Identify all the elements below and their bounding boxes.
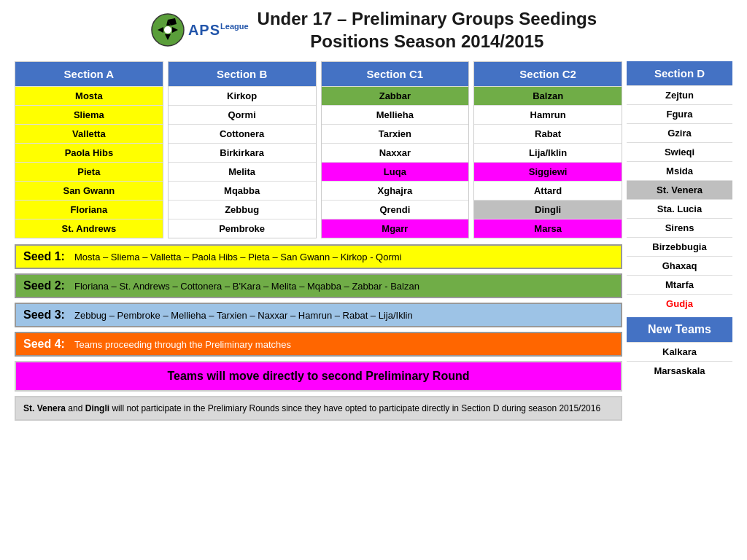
- logo-text-wrapper: APSLeague: [188, 22, 249, 39]
- list-item: Sliema: [15, 105, 163, 124]
- list-item: Tarxien: [322, 124, 469, 143]
- list-item: Lija/Iklin: [474, 143, 622, 162]
- logo-icon: [150, 12, 185, 47]
- sections-container: Section A Mosta Sliema Valletta Paola Hi…: [15, 61, 622, 421]
- list-item: Dingli: [474, 200, 622, 219]
- list-item: Msida: [627, 161, 732, 180]
- seed-2-content: Floriana – St. Andrews – Cottonera – B'K…: [74, 281, 419, 292]
- list-item: Melita: [169, 162, 316, 181]
- seed-1-row: Seed 1: Mosta – Sliema – Valletta – Paol…: [15, 244, 622, 269]
- list-item: Mellieha: [322, 105, 469, 124]
- logo-league: League: [220, 22, 249, 31]
- seed-4-label: Seed 4:: [23, 338, 74, 351]
- list-item: San Gwann: [15, 181, 163, 200]
- section-a-header: Section A: [15, 62, 163, 86]
- note-text: St. Venera and Dingli will not participa…: [23, 403, 600, 413]
- list-item: Pembroke: [169, 219, 316, 238]
- seed-3-label: Seed 3:: [23, 308, 74, 322]
- list-item: Marsaskala: [627, 361, 732, 380]
- seed-4-row: Seed 4: Teams proceeding through the Pre…: [15, 332, 622, 357]
- list-item: Ghaxaq: [627, 256, 732, 275]
- list-item: Fgura: [627, 104, 732, 123]
- list-item: Pieta: [15, 162, 163, 181]
- list-item: Mqabba: [169, 181, 316, 200]
- seed-2-label: Seed 2:: [23, 279, 74, 292]
- list-item: Cottonera: [169, 124, 316, 143]
- section-d-header: Section D: [627, 61, 732, 85]
- page-title: Under 17 – Preliminary Groups Seedings P…: [258, 7, 597, 52]
- list-item: Zebbug: [169, 200, 316, 219]
- list-item: Sirens: [627, 218, 732, 237]
- list-item: Qormi: [169, 105, 316, 124]
- list-item: Siggiewi: [474, 162, 622, 181]
- list-item: Zabbar: [322, 86, 469, 105]
- sections-row: Section A Mosta Sliema Valletta Paola Hi…: [15, 61, 622, 238]
- page-header: APSLeague Under 17 – Preliminary Groups …: [15, 7, 732, 52]
- list-item: Mtarfa: [627, 275, 732, 294]
- section-c1: Section C1 Zabbar Mellieha Tarxien Naxxa…: [321, 61, 470, 238]
- teams-direct-banner: Teams will move directly to second Preli…: [15, 361, 622, 392]
- list-item: Floriana: [15, 200, 163, 219]
- seeds-container: Seed 1: Mosta – Sliema – Valletta – Paol…: [15, 244, 622, 421]
- list-item: Hamrun: [474, 105, 622, 124]
- logo: APSLeague: [150, 12, 249, 47]
- list-item: Marsa: [474, 219, 622, 238]
- list-item: Rabat: [474, 124, 622, 143]
- seed-1-content: Mosta – Sliema – Valletta – Paola Hibs –…: [74, 252, 401, 262]
- seed-3-content: Zebbug – Pembroke – Mellieha – Tarxien –…: [74, 310, 413, 321]
- list-item: Kalkara: [627, 342, 732, 361]
- section-c2: Section C2 Balzan Hamrun Rabat Lija/Ikli…: [473, 61, 622, 238]
- section-b: Section B Kirkop Qormi Cottonera Birkirk…: [168, 61, 317, 238]
- list-item: Xghajra: [322, 181, 469, 200]
- seed-3-row: Seed 3: Zebbug – Pembroke – Mellieha – T…: [15, 303, 622, 327]
- section-c2-header: Section C2: [474, 62, 622, 86]
- list-item: St. Venera: [627, 180, 732, 199]
- section-d: Section D Zejtun Fgura Gzira Swieqi Msid…: [627, 61, 732, 380]
- list-item: Gzira: [627, 123, 732, 142]
- list-item: Balzan: [474, 86, 622, 105]
- list-item: Zejtun: [627, 85, 732, 104]
- list-item: Mgarr: [322, 219, 469, 238]
- list-item: Sta. Lucia: [627, 199, 732, 218]
- main-layout: Section A Mosta Sliema Valletta Paola Hi…: [15, 61, 732, 421]
- list-item: Valletta: [15, 124, 163, 143]
- list-item: St. Andrews: [15, 219, 163, 238]
- list-item: Qrendi: [322, 200, 469, 219]
- list-item: Naxxar: [322, 143, 469, 162]
- seed-1-label: Seed 1:: [23, 250, 74, 263]
- list-item-gudja: Gudja: [627, 294, 732, 313]
- list-item: Kirkop: [169, 86, 316, 105]
- title-block: Under 17 – Preliminary Groups Seedings P…: [258, 7, 597, 52]
- new-teams-header: New Teams: [627, 317, 732, 342]
- list-item: Birzebbugia: [627, 237, 732, 256]
- seed-2-row: Seed 2: Floriana – St. Andrews – Cottone…: [15, 273, 622, 298]
- list-item: Attard: [474, 181, 622, 200]
- section-c1-header: Section C1: [322, 62, 469, 86]
- list-item: Swieqi: [627, 142, 732, 161]
- note-row: St. Venera and Dingli will not participa…: [15, 396, 622, 421]
- list-item: Mosta: [15, 86, 163, 105]
- svg-point-6: [164, 26, 171, 34]
- list-item: Birkirkara: [169, 143, 316, 162]
- section-b-header: Section B: [169, 62, 316, 86]
- seed-4-content: Teams proceeding through the Preliminary…: [74, 339, 291, 350]
- list-item: Paola Hibs: [15, 143, 163, 162]
- logo-aps: APS: [188, 22, 220, 38]
- section-a: Section A Mosta Sliema Valletta Paola Hi…: [15, 61, 163, 238]
- list-item: Luqa: [322, 162, 469, 181]
